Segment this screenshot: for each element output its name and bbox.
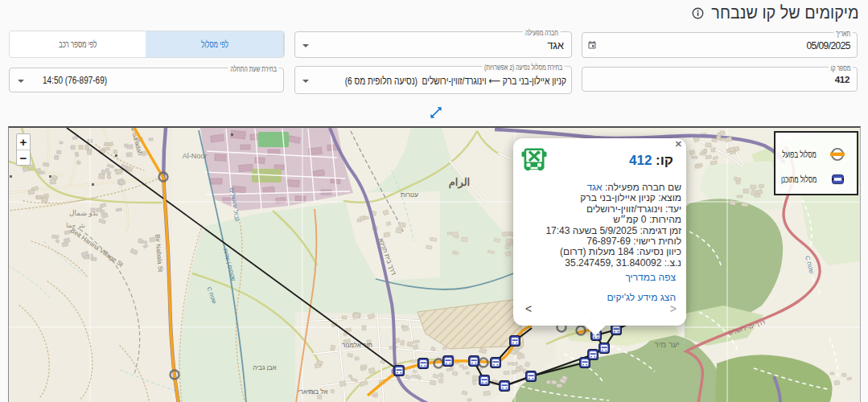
svg-text:الرام: الرام bbox=[449, 176, 470, 189]
svg-text:بدو شمال: بدو شمال bbox=[69, 209, 98, 217]
svg-text:עטרות: עטרות bbox=[401, 191, 418, 199]
svg-text:אל בוחיארי: אל בוחיארי bbox=[298, 388, 328, 396]
svg-text:אבן גביה: אבן גביה bbox=[253, 364, 276, 371]
svg-text:Al-Noor: Al-Noor bbox=[183, 152, 208, 160]
svg-text:יער מיר: יער מיר bbox=[654, 340, 679, 349]
